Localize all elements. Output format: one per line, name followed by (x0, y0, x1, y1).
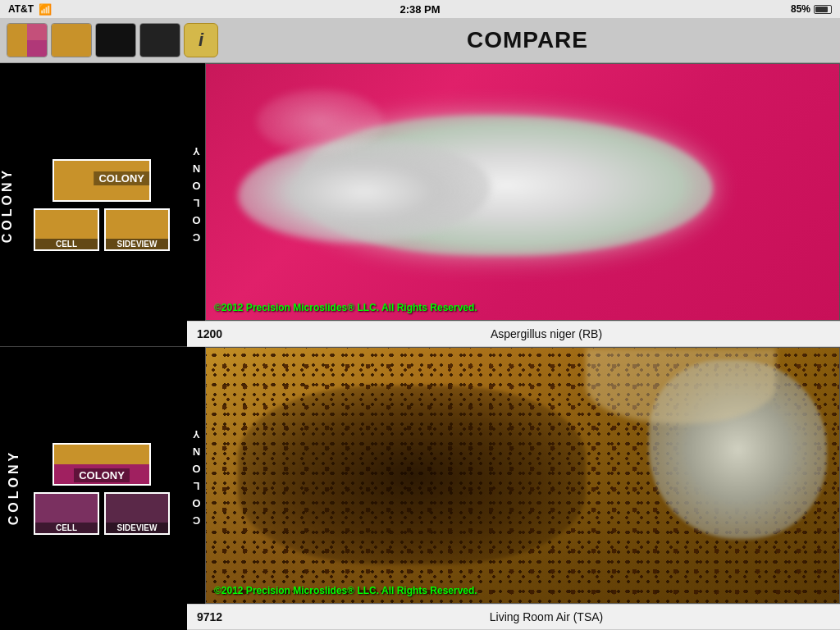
dark-colony-mass (238, 386, 587, 564)
swatch-cell-tl (7, 24, 27, 40)
specimen2-sideview-label: SIDEVIEW (106, 523, 168, 533)
toolbar-title: COMPARE (221, 27, 833, 53)
specimen1-colony-vert: COLONY (187, 63, 205, 321)
specimen2-vert-text: COLONY (190, 423, 203, 527)
specimen2-image[interactable]: ©2012 Precision Microslides® LLC. All Ri… (205, 347, 840, 605)
specimen2-info-bar: 9712 Living Room Air (TSA) (187, 604, 840, 630)
specimen1-view: COLONY ©2012 Precision Microslides® LLC.… (187, 63, 840, 321)
specimen1-catalog-number: 1200 (197, 327, 246, 340)
main-content: COLONY COLONY CELL SIDEVIEW (0, 63, 840, 630)
info-button[interactable]: i (184, 23, 218, 57)
specimen2-catalog-number: 9712 (197, 610, 246, 623)
specimen1-panel: COLONY COLONY CELL SIDEVIEW (0, 63, 187, 347)
specimen2-colony-label: COLONY (74, 468, 130, 482)
status-bar: AT&T 📶 2:38 PM 85% (0, 0, 840, 18)
battery-bar (814, 5, 832, 14)
swatch-3[interactable] (95, 23, 136, 57)
specimen1-vert-text: COLONY (190, 140, 203, 244)
colony-top-color (54, 445, 149, 464)
specimen1-image[interactable]: ©2012 Precision Microslides® LLC. All Ri… (205, 63, 840, 321)
specimen1-bottom-buttons: CELL SIDEVIEW (34, 208, 170, 251)
specimen1-colony-label: COLONY (94, 171, 149, 185)
specimen2-buttons: COLONY CELL SIDEVIEW (34, 443, 170, 535)
swatch-darkgray (140, 24, 180, 57)
specimen2-vert-label: COLONY (7, 449, 21, 524)
specimen2-species-name: Living Room Air (TSA) (262, 610, 830, 623)
swatch-1[interactable] (7, 23, 48, 57)
status-left: AT&T 📶 (8, 3, 52, 16)
colony-image-dark (206, 348, 839, 604)
specimen1-info-bar: 1200 Aspergillus niger (RB) (187, 321, 840, 347)
specimen2-view: COLONY ©2012 Precision Microslides® LLC.… (187, 347, 840, 605)
wifi-icon: 📶 (39, 3, 52, 16)
swatch-gold (52, 24, 91, 57)
swatch-black (96, 24, 135, 57)
swatch-cell-br (27, 40, 47, 57)
toolbar: i COMPARE (0, 18, 840, 63)
specimen2-colony-vert: COLONY (187, 347, 205, 605)
specimen1-copyright: ©2012 Precision Microslides® LLC. All Ri… (214, 302, 477, 313)
swatch-cell-tr (27, 24, 47, 40)
specimen2-panel: COLONY COLONY CELL SIDEVIEW (0, 347, 187, 630)
swatch-4[interactable] (139, 23, 180, 57)
fluffy-accent-1 (257, 89, 383, 153)
battery-percent: 85% (791, 3, 810, 15)
specimen1-species-name: Aspergillus niger (RB) (262, 327, 830, 340)
status-time: 2:38 PM (399, 3, 440, 16)
specimen2-copyright: ©2012 Precision Microslides® LLC. All Ri… (214, 585, 477, 596)
specimen1-cell-label: CELL (35, 239, 98, 249)
specimen2-bottom-buttons: CELL SIDEVIEW (34, 492, 170, 535)
carrier-text: AT&T (8, 3, 34, 15)
swatch-2[interactable] (51, 23, 92, 57)
specimen1-buttons: COLONY CELL SIDEVIEW (34, 159, 170, 251)
specimen1-cell-button[interactable]: CELL (34, 208, 99, 251)
light-area-top (586, 348, 776, 424)
sidebar: COLONY COLONY CELL SIDEVIEW (0, 63, 187, 630)
battery-fill (815, 7, 828, 12)
specimen2-cell-label: CELL (35, 523, 98, 533)
specimen2-cell-button[interactable]: CELL (34, 492, 99, 535)
specimen2-colony-button[interactable]: COLONY (52, 443, 151, 486)
specimen1-vert-label: COLONY (0, 167, 19, 242)
right-content: COLONY ©2012 Precision Microslides® LLC.… (187, 63, 840, 630)
status-right: 85% (791, 3, 832, 15)
specimen1-sideview-button[interactable]: SIDEVIEW (104, 208, 170, 251)
specimen2-sideview-button[interactable]: SIDEVIEW (104, 492, 170, 535)
colony-image-pink (206, 64, 839, 320)
specimen1-sideview-label: SIDEVIEW (106, 239, 168, 249)
swatch-cell-bl (7, 40, 27, 57)
specimen1-colony-button[interactable]: COLONY (52, 159, 151, 202)
